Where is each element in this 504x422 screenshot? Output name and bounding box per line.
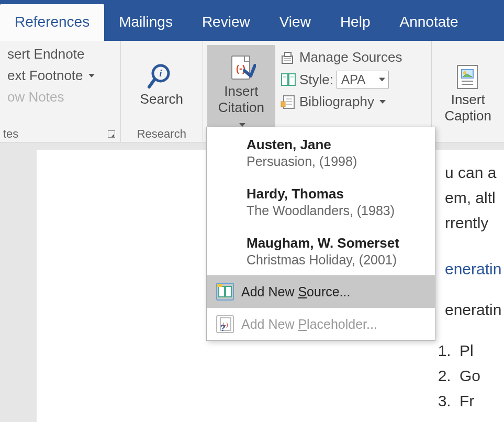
style-dropdown[interactable]: APA (337, 71, 389, 88)
style-selector[interactable]: Style: APA (277, 70, 406, 90)
insert-citation-dropdown: Austen, Jane Persuasion, (1998) Hardy, T… (206, 127, 435, 341)
manage-sources-button[interactable]: Manage Sources (277, 48, 406, 66)
manage-sources-icon (281, 50, 296, 65)
search-label: Search (140, 91, 183, 107)
svg-line-1 (149, 80, 154, 87)
svg-point-20 (463, 71, 466, 74)
insert-citation-label: Insert Citation (216, 83, 267, 132)
list-item: Go (455, 363, 498, 388)
svg-rect-5 (282, 56, 293, 63)
insert-citation-button[interactable]: (-) Insert Citation (207, 45, 275, 139)
svg-text:i: i (159, 68, 162, 79)
bibliography-label: Bibliography (299, 94, 374, 110)
doc-text: u can a (445, 160, 498, 185)
citation-option[interactable]: Maugham, W. Somerset Christmas Holiday, … (207, 226, 435, 275)
add-source-icon (216, 283, 234, 301)
doc-numbered-list: Pl Go Fr (455, 338, 498, 414)
citation-author: Austen, Jane (247, 137, 424, 153)
svg-text:?: ? (220, 324, 226, 332)
ribbon-tabs: References Mailings Review View Help Ann… (0, 0, 504, 41)
style-value: APA (341, 72, 365, 86)
insert-caption-button[interactable]: Insert Caption (436, 45, 500, 139)
research-group-label: Research (137, 127, 186, 141)
tab-mailings[interactable]: Mailings (104, 4, 187, 41)
doc-text: eneratin (445, 297, 498, 323)
add-new-source-label: Add New Source... (241, 284, 350, 299)
tab-view[interactable]: View (265, 4, 326, 41)
citation-author: Hardy, Thomas (247, 186, 424, 202)
add-new-source-button[interactable]: Add New Source... (207, 275, 435, 308)
chevron-down-icon (88, 74, 95, 77)
chevron-down-icon (379, 78, 385, 82)
next-footnote-button[interactable]: ext Footnote (4, 66, 116, 85)
manage-sources-label: Manage Sources (299, 49, 402, 65)
add-new-placeholder-button: (-) ? Add New Placeholder... (207, 308, 435, 340)
style-icon (281, 72, 296, 87)
add-new-placeholder-label: Add New Placeholder... (241, 317, 377, 332)
citation-option[interactable]: Hardy, Thomas The Woodlanders, (1983) (207, 176, 435, 226)
insert-citation-icon: (-) (227, 54, 256, 83)
doc-text: em, altl (445, 185, 498, 210)
citation-author: Maugham, W. Somerset (247, 235, 424, 251)
add-placeholder-icon: (-) ? (216, 315, 234, 333)
svg-rect-24 (226, 286, 231, 297)
svg-rect-23 (219, 286, 225, 297)
citation-option[interactable]: Austen, Jane Persuasion, (1998) (207, 127, 435, 176)
insert-caption-label: Insert Caption (444, 92, 491, 124)
citation-title: Persuasion, (1998) (247, 154, 424, 169)
search-icon: i (147, 62, 176, 91)
chevron-down-icon (239, 123, 245, 127)
list-item: Pl (455, 338, 498, 363)
search-button[interactable]: i Search (132, 45, 192, 125)
list-item: Fr (455, 388, 498, 414)
insert-endnote-button[interactable]: sert Endnote (4, 45, 116, 63)
next-footnote-label: ext Footnote (7, 68, 83, 84)
tab-references[interactable]: References (0, 4, 104, 41)
dialog-launcher-icon[interactable] (108, 130, 115, 138)
chevron-down-icon (379, 100, 386, 104)
group-captions: Insert Caption (432, 41, 504, 142)
doc-text: rrently (445, 210, 498, 236)
citation-title: The Woodlanders, (1983) (247, 203, 424, 218)
bibliography-button[interactable]: Bibliography (277, 93, 406, 111)
doc-link[interactable]: eneratin (445, 257, 498, 282)
insert-endnote-label: sert Endnote (7, 46, 84, 62)
show-notes-label: ow Notes (7, 89, 64, 105)
insert-caption-icon (453, 62, 483, 92)
style-label: Style: (299, 72, 333, 88)
svg-rect-25 (217, 284, 222, 287)
svg-rect-10 (289, 74, 295, 85)
citation-title: Christmas Holiday, (2001) (247, 252, 424, 268)
tab-help[interactable]: Help (326, 4, 385, 41)
tab-review[interactable]: Review (187, 4, 265, 41)
svg-rect-6 (285, 52, 291, 57)
group-footnotes: sert Endnote ext Footnote ow Notes tes (0, 41, 121, 142)
group-research: i Search Research (121, 41, 203, 142)
tab-annotate[interactable]: Annotate (385, 4, 473, 41)
bibliography-icon (281, 94, 296, 110)
svg-rect-9 (282, 74, 288, 85)
footnotes-group-label: tes (3, 127, 18, 141)
show-notes-button: ow Notes (4, 88, 116, 106)
svg-rect-17 (281, 102, 285, 107)
